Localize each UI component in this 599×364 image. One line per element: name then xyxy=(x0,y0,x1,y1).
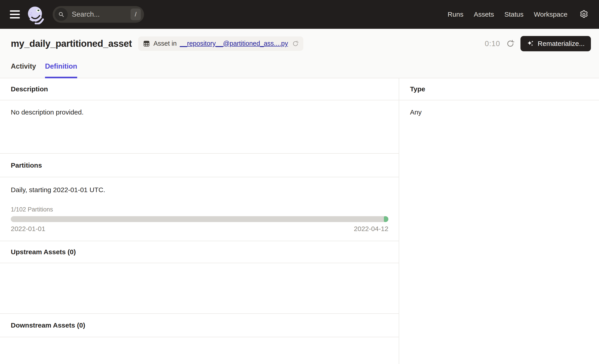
partitions-body: Daily, starting 2022-01-01 UTC. 1/102 Pa… xyxy=(0,177,399,241)
page-header: my_daily_partitioned_asset Asset in __re… xyxy=(0,29,599,78)
gear-icon[interactable] xyxy=(579,9,589,20)
repository-link[interactable]: __repository__@partitioned_ass....py xyxy=(180,40,288,47)
partition-progress-fill xyxy=(384,216,388,222)
refresh-icon[interactable] xyxy=(506,39,515,48)
refresh-countdown: 0:10 xyxy=(485,39,500,48)
partitions-section-header: Partitions xyxy=(0,154,399,177)
definition-content: Description No description provided. Par… xyxy=(0,78,599,364)
partition-range-end: 2022-04-12 xyxy=(354,225,388,233)
partitions-summary: Daily, starting 2022-01-01 UTC. xyxy=(11,185,388,194)
type-section-header: Type xyxy=(399,78,599,100)
sparkle-icon xyxy=(527,40,534,47)
description-body: No description provided. xyxy=(0,100,399,154)
type-value: Any xyxy=(399,100,599,364)
table-icon xyxy=(143,40,150,47)
tab-bar: Activity Definition xyxy=(0,55,599,78)
downstream-section-header: Downstream Assets (0) xyxy=(0,314,399,337)
nav-links: Runs Assets Status Workspace xyxy=(448,11,567,18)
global-search[interactable]: / xyxy=(53,6,144,23)
search-icon xyxy=(55,8,68,21)
partitions-count: 1/102 Partitions xyxy=(11,206,388,213)
description-section-header: Description xyxy=(0,78,399,100)
nav-link-runs[interactable]: Runs xyxy=(448,11,463,18)
repo-badge: Asset in __repository__@partitioned_ass.… xyxy=(138,36,303,51)
rematerialize-button[interactable]: Rematerialize... xyxy=(520,36,591,51)
search-shortcut-badge: / xyxy=(131,9,141,20)
left-column: Description No description provided. Par… xyxy=(0,78,399,364)
upstream-section-header: Upstream Assets (0) xyxy=(0,241,399,263)
upstream-body xyxy=(0,263,399,314)
rematerialize-label: Rematerialize... xyxy=(538,40,585,47)
dagster-logo[interactable] xyxy=(26,5,45,24)
nav-link-status[interactable]: Status xyxy=(504,11,523,18)
downstream-body xyxy=(0,337,399,364)
partition-range-start: 2022-01-01 xyxy=(11,225,45,233)
asset-in-label: Asset in xyxy=(153,40,177,47)
menu-icon[interactable] xyxy=(10,10,20,18)
top-nav: / Runs Assets Status Workspace xyxy=(0,0,599,29)
tab-activity[interactable]: Activity xyxy=(11,55,36,78)
page-title: my_daily_partitioned_asset xyxy=(11,38,132,49)
right-column: Type Any xyxy=(399,78,599,364)
partition-health-bar xyxy=(11,216,388,222)
nav-link-workspace[interactable]: Workspace xyxy=(534,11,567,18)
nav-link-assets[interactable]: Assets xyxy=(474,11,494,18)
search-input[interactable] xyxy=(68,10,131,18)
reload-repo-icon[interactable] xyxy=(292,40,299,47)
tab-definition[interactable]: Definition xyxy=(45,55,77,78)
